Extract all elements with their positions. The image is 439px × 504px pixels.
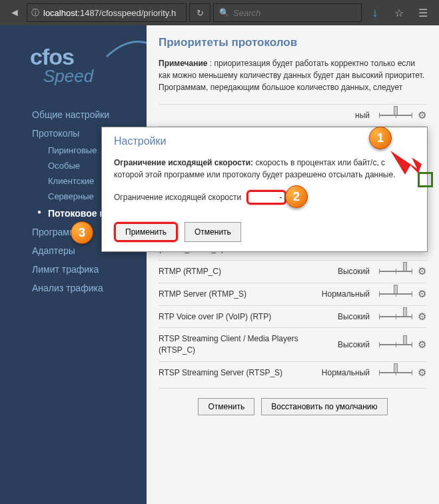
download-button[interactable]: ↓ xyxy=(364,3,386,22)
priority-slider[interactable] xyxy=(379,110,412,121)
footer-buttons: Отменить Восстановить по умолчанию xyxy=(159,388,427,425)
annotation-marker-1: 1 xyxy=(369,127,392,149)
sidebar-item-general[interactable]: Общие настройки xyxy=(0,105,147,124)
back-button[interactable]: ◄ xyxy=(5,3,24,22)
priority-slider[interactable] xyxy=(379,311,412,322)
protocol-priority: ный xyxy=(315,111,375,120)
priority-slider[interactable] xyxy=(379,289,412,299)
gear-icon[interactable]: ⚙ xyxy=(416,311,427,322)
protocol-priority: Нормальный xyxy=(315,289,375,299)
svg-marker-1 xyxy=(390,151,422,175)
sidebar-item-traffic-analysis[interactable]: Анализ трафика xyxy=(0,279,147,297)
annotation-marker-3: 3 xyxy=(71,221,93,244)
priority-slider[interactable] xyxy=(379,339,412,350)
tx-speed-limit-input[interactable] xyxy=(246,190,286,205)
app-body: cfos Speed Общие настройки Протоколы Пир… xyxy=(0,25,439,504)
dialog-body: Ограничение исходящей скорости: скорость… xyxy=(102,151,427,215)
browser-toolbar: ◄ ⓘ localhost:1487/cfosspeed/priority.h … xyxy=(0,0,439,25)
protocol-row: ный⚙ xyxy=(159,104,427,126)
protocol-priority: Высокий xyxy=(315,267,375,276)
priority-slider[interactable] xyxy=(379,266,412,277)
search-icon: 🔍 xyxy=(219,8,229,17)
protocol-name: RTMP (RTMP_C) xyxy=(159,266,315,277)
content-area: Приоритеты протоколов Примечание : приор… xyxy=(147,25,439,504)
gear-icon[interactable]: ⚙ xyxy=(416,110,427,121)
protocol-row: RTSP Streaming Client / Media Players (R… xyxy=(159,327,427,361)
protocol-row: RTSP Streaming Server (RTSP_S)Нормальный… xyxy=(159,361,427,384)
gear-icon[interactable]: ⚙ xyxy=(416,339,427,350)
note-text: Примечание : приоритезация будет работат… xyxy=(159,57,427,93)
annotation-arrow-icon xyxy=(385,145,425,179)
annotation-marker-2: 2 xyxy=(285,185,308,208)
url-text: localhost:1487/cfosspeed/priority.h xyxy=(43,8,176,18)
sidebar: cfos Speed Общие настройки Протоколы Пир… xyxy=(0,25,147,504)
gear-icon[interactable]: ⚙ xyxy=(416,266,427,277)
dialog-cancel-button[interactable]: Отменить xyxy=(185,222,241,242)
bookmark-button[interactable]: ☆ xyxy=(388,3,410,22)
protocol-row: RTMP Server (RTMP_S)Нормальный⚙ xyxy=(159,283,427,305)
protocol-priority: Высокий xyxy=(315,340,375,349)
search-box[interactable]: 🔍 xyxy=(213,3,362,22)
protocol-name: RTSP Streaming Server (RTSP_S) xyxy=(159,367,315,379)
logo-line2: Speed xyxy=(43,66,133,87)
reload-button[interactable]: ↻ xyxy=(189,3,211,22)
priority-slider[interactable] xyxy=(379,367,412,378)
url-bar[interactable]: ⓘ localhost:1487/cfosspeed/priority.h xyxy=(27,3,187,22)
info-icon: ⓘ xyxy=(31,7,39,19)
gear-icon[interactable]: ⚙ xyxy=(416,367,427,378)
menu-button[interactable]: ☰ xyxy=(412,3,434,22)
protocol-priority: Нормальный xyxy=(315,368,375,377)
protocol-row: RTP Voice over IP (VoIP) (RTP)Высокий⚙ xyxy=(159,305,427,328)
protocol-priority: Высокий xyxy=(315,312,375,321)
restore-defaults-button[interactable]: Восстановить по умолчанию xyxy=(261,398,387,415)
dialog-field-label: Ограничение исходящей скорости xyxy=(114,191,241,203)
protocol-row: RTMP (RTMP_C)Высокий⚙ xyxy=(159,260,427,283)
protocol-name: RTSP Streaming Client / Media Players (R… xyxy=(159,333,315,356)
page-title: Приоритеты протоколов xyxy=(159,36,427,49)
protocol-name: RTP Voice over IP (VoIP) (RTP) xyxy=(159,311,315,323)
cancel-button[interactable]: Отменить xyxy=(198,398,254,415)
logo: cfos Speed xyxy=(0,32,147,105)
sidebar-item-traffic-limit[interactable]: Лимит трафика xyxy=(0,260,147,279)
search-input[interactable] xyxy=(233,8,356,18)
apply-button[interactable]: Применить xyxy=(114,222,178,242)
gear-icon[interactable]: ⚙ xyxy=(416,289,427,299)
protocol-name: RTMP Server (RTMP_S) xyxy=(159,289,315,300)
